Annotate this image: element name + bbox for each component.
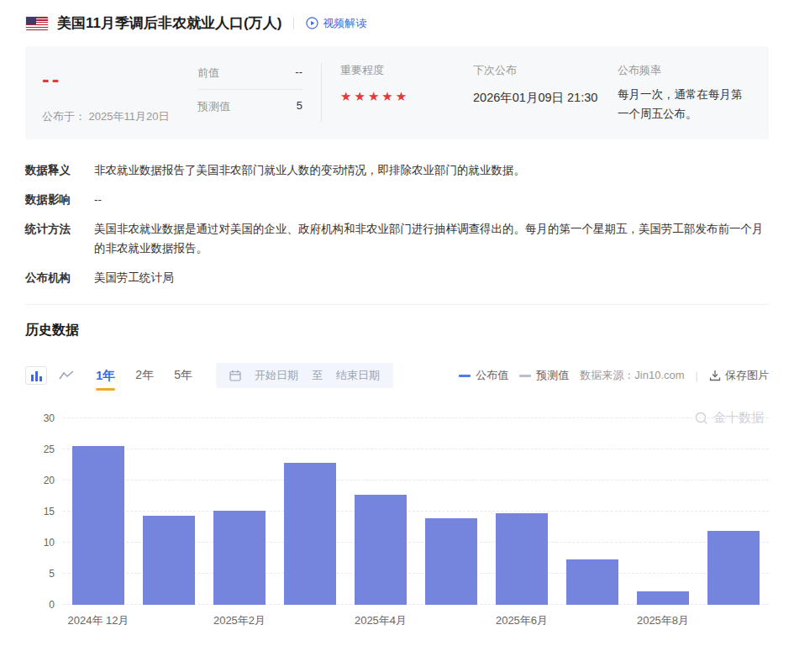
detail-label: 数据影响 (25, 191, 94, 209)
current-value: -- (42, 68, 197, 90)
title-row: 美国11月季调后非农就业人口(万人) 视频解读 (25, 13, 769, 33)
chart-bar[interactable] (213, 511, 266, 605)
end-date-placeholder[interactable]: 结束日期 (336, 368, 380, 383)
bar-slot (557, 418, 628, 605)
start-date-placeholder[interactable]: 开始日期 (255, 368, 298, 383)
date-to-label: 至 (312, 368, 323, 383)
detail-content: -- (94, 191, 769, 209)
page-title: 美国11月季调后非农就业人口(万人) (57, 13, 281, 33)
detail-row-definition: 数据释义 非农就业数据报告了美国非农部门就业人数的变动情况，即排除农业部门的就业… (25, 161, 769, 180)
legend-published[interactable]: 公布值 (459, 368, 508, 383)
chart-bar[interactable] (566, 559, 618, 605)
title-divider (293, 18, 294, 29)
next-release-column: 下次公布 2026年01月09日 21:30 (473, 61, 618, 124)
bar-slot (345, 418, 416, 605)
toolbar-right: 公布值 预测值 数据来源：Jin10.com | 保存图片 (459, 368, 769, 383)
x-axis-tick: 2025年6月 (496, 613, 548, 628)
detail-row-method: 统计方法 美国非农就业数据是通过对美国的企业、政府机构和非农业部门进行抽样调查得… (25, 220, 769, 258)
importance-stars: ★★★★★ (340, 89, 473, 104)
chart-bar[interactable] (143, 516, 195, 605)
chart-x-axis-labels: 2024年 12月2025年2月2025年4月2025年6月2025年8月 (63, 605, 769, 630)
x-axis-tick: 2025年8月 (637, 613, 689, 628)
legend-published-dash (459, 375, 471, 377)
summary-card: -- 公布于： 2025年11月20日 前值 -- 预测值 5 重要程度 ★★★… (25, 46, 769, 139)
detail-section: 数据释义 非农就业数据报告了美国非农部门就业人数的变动情况，即排除农业部门的就业… (25, 161, 769, 287)
line-chart-icon (59, 370, 74, 381)
video-explain-label: 视频解读 (323, 16, 366, 31)
frequency-label: 公布频率 (618, 63, 752, 78)
play-icon (306, 17, 318, 29)
x-axis-tick: 2024年 12月 (68, 613, 129, 628)
bar-slot (486, 418, 557, 605)
detail-label: 统计方法 (25, 220, 94, 258)
detail-row-agency: 公布机构 美国劳工统计局 (25, 269, 769, 287)
bar-slot (204, 418, 275, 605)
forecast-label: 预测值 (197, 99, 230, 114)
bar-chart-type-button[interactable] (25, 366, 47, 385)
prev-label: 前值 (197, 66, 219, 81)
legend-forecast[interactable]: 预测值 (519, 368, 569, 383)
bar-slot (275, 418, 345, 605)
detail-label: 数据释义 (25, 161, 94, 180)
x-axis-tick: 2025年4月 (355, 613, 407, 628)
bar-slot (134, 418, 204, 605)
y-axis-tick: 25 (28, 444, 55, 454)
data-source-text: 数据来源：Jin10.com (580, 368, 684, 383)
chart-bar[interactable] (707, 531, 760, 605)
save-image-label: 保存图片 (725, 368, 769, 383)
next-release-value: 2026年01月09日 21:30 (473, 90, 618, 106)
y-axis-tick: 15 (28, 507, 55, 517)
y-axis-tick: 30 (28, 413, 55, 423)
bar-slot (628, 418, 698, 605)
prev-value: -- (295, 66, 302, 81)
chart-bar[interactable] (425, 518, 477, 605)
importance-label: 重要程度 (340, 63, 473, 78)
legend-forecast-label: 预测值 (536, 368, 569, 383)
legend-published-label: 公布值 (476, 368, 508, 383)
calendar-icon (229, 370, 241, 381)
video-explain-link[interactable]: 视频解读 (306, 16, 366, 31)
prev-forecast-column: 前值 -- 预测值 5 (197, 61, 302, 124)
chart-bar[interactable] (355, 495, 407, 605)
detail-content: 非农就业数据报告了美国非农部门就业人数的变动情况，即排除农业部门的就业数据。 (94, 161, 769, 180)
save-image-button[interactable]: 保存图片 (709, 368, 769, 383)
x-axis-tick: 2025年2月 (213, 613, 266, 628)
next-release-label: 下次公布 (473, 63, 618, 78)
chart-toolbar: 1年 2年 5年 开始日期 至 结束日期 公布值 预测值 数据来源：Jin10.… (25, 363, 769, 388)
date-range-picker[interactable]: 开始日期 至 结束日期 (216, 363, 393, 388)
section-divider (25, 304, 769, 305)
chart-bar[interactable] (496, 513, 548, 605)
detail-content: 美国劳工统计局 (94, 269, 769, 287)
card-divider (321, 63, 322, 123)
bar-slot (416, 418, 486, 605)
legend-forecast-dash (519, 375, 531, 377)
forecast-value: 5 (297, 99, 302, 114)
bar-slot (63, 418, 134, 605)
chart-bar[interactable] (72, 446, 124, 605)
published-date: 公布于： 2025年11月20日 (42, 109, 197, 124)
range-tab-1y[interactable]: 1年 (96, 368, 115, 384)
history-bar-chart[interactable]: 051015202530 (63, 418, 769, 605)
download-icon (709, 370, 721, 381)
bars-container (63, 418, 769, 605)
detail-content: 美国非农就业数据是通过对美国的企业、政府机构和非农业部门进行抽样调查得出的。每月… (94, 220, 769, 258)
importance-column: 重要程度 ★★★★★ (340, 61, 473, 124)
current-value-column: -- 公布于： 2025年11月20日 (42, 61, 197, 124)
bar-slot (698, 418, 769, 605)
chart-bar[interactable] (284, 463, 336, 605)
toolbar-divider: | (696, 370, 698, 382)
chart-bar[interactable] (637, 591, 689, 605)
detail-label: 公布机构 (25, 269, 94, 287)
range-tab-5y[interactable]: 5年 (174, 368, 192, 383)
y-axis-tick: 10 (28, 538, 55, 548)
frequency-value: 每月一次，通常在每月第一个周五公布。 (618, 86, 752, 124)
y-axis-tick: 0 (28, 600, 55, 610)
y-axis-tick: 20 (28, 475, 55, 486)
y-axis-tick: 5 (28, 569, 55, 579)
bar-chart-icon (30, 370, 43, 381)
history-section-title: 历史数据 (25, 322, 769, 339)
frequency-column: 公布频率 每月一次，通常在每月第一个周五公布。 (618, 61, 752, 124)
range-tab-2y[interactable]: 2年 (135, 368, 154, 383)
detail-row-impact: 数据影响 -- (25, 191, 769, 209)
line-chart-type-button[interactable] (55, 366, 77, 385)
